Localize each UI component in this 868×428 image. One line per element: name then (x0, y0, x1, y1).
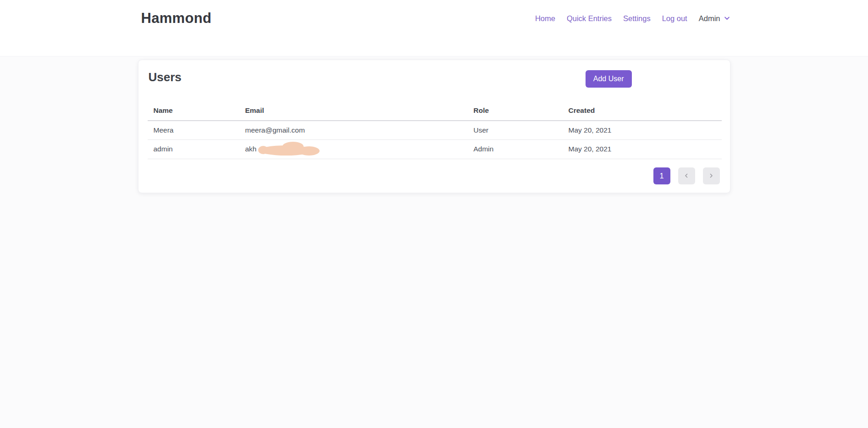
page-button-1[interactable]: 1 (653, 167, 670, 184)
email-redaction-scribble (258, 141, 322, 157)
chevron-left-icon (684, 172, 689, 180)
add-user-button[interactable]: Add User (586, 70, 632, 88)
column-header-email: Email (239, 103, 468, 121)
pagination-next-button[interactable] (703, 167, 720, 184)
cell-email: akh (239, 140, 468, 159)
top-header: Hammond Home Quick Entries Settings Log … (0, 0, 868, 56)
column-header-created: Created (563, 103, 722, 121)
cell-name: admin (148, 140, 239, 159)
pagination: 1 (653, 167, 720, 184)
cell-created: May 20, 2021 (563, 121, 722, 140)
cell-created: May 20, 2021 (563, 140, 722, 159)
brand-logo[interactable]: Hammond (141, 8, 212, 29)
nav-item-logout[interactable]: Log out (662, 8, 687, 29)
page-title: Users (149, 70, 720, 84)
column-header-name: Name (148, 103, 239, 121)
nav-item-settings[interactable]: Settings (623, 8, 651, 29)
main-nav: Home Quick Entries Settings Log out Admi… (535, 8, 730, 29)
pagination-prev-button[interactable] (678, 167, 695, 184)
table-row: admin akh Admin (148, 140, 722, 159)
nav-item-home[interactable]: Home (535, 8, 555, 29)
table-row: Meera meera@gmail.com User May 20, 2021 (148, 121, 722, 140)
user-menu-dropdown[interactable]: Admin (699, 7, 730, 29)
cell-role: Admin (468, 140, 563, 159)
chevron-down-icon (724, 8, 730, 29)
main-content: Users Add User Name Email Role Created M… (0, 56, 868, 193)
nav-item-quick-entries[interactable]: Quick Entries (567, 8, 612, 29)
user-menu-label: Admin (699, 8, 720, 29)
chevron-right-icon (708, 172, 714, 180)
cell-name: Meera (148, 121, 239, 140)
users-table: Name Email Role Created Meera meera@gmai… (148, 103, 722, 159)
email-visible-fragment: akh (245, 145, 257, 153)
cell-role: User (468, 121, 563, 140)
users-card-header: Users Add User (138, 60, 730, 84)
users-card: Users Add User Name Email Role Created M… (138, 60, 730, 193)
column-header-role: Role (468, 103, 563, 121)
table-header-row: Name Email Role Created (148, 103, 722, 121)
cell-email: meera@gmail.com (239, 121, 468, 140)
